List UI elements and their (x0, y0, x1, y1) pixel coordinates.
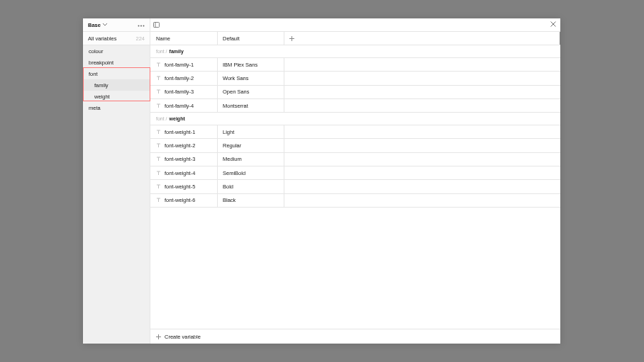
all-variables-row[interactable]: All variables 224 (83, 32, 150, 45)
main-header (150, 18, 560, 32)
close-icon (550, 21, 556, 27)
sidebar-group-font[interactable]: font (83, 68, 150, 79)
all-variables-label: All variables (88, 35, 116, 42)
collection-selector[interactable]: Base (88, 22, 107, 28)
more-button[interactable] (138, 22, 145, 28)
sidebar-group-font-weight[interactable]: weight (83, 91, 150, 102)
sidebar-group-font-family[interactable]: family (83, 79, 150, 91)
text-type-icon (156, 89, 161, 94)
variables-modal: Base All variables 224 colour breakpoint… (83, 18, 560, 344)
column-header-row: Name Default (150, 32, 560, 45)
text-type-icon (156, 62, 161, 67)
svg-point-0 (138, 25, 140, 26)
group-header-weight: font / weight (150, 113, 560, 125)
group-header-family: font / family (150, 45, 560, 58)
variable-row[interactable]: font-weight-6 Black (150, 194, 560, 208)
plus-icon (156, 334, 161, 339)
text-type-icon (156, 184, 161, 189)
svg-point-1 (140, 25, 142, 26)
ellipsis-icon (138, 25, 145, 27)
text-type-icon (156, 103, 161, 108)
variable-row[interactable]: font-weight-2 Regular (150, 139, 560, 152)
close-button[interactable] (550, 21, 556, 28)
text-type-icon (156, 76, 161, 81)
variable-row[interactable]: font-weight-5 Bold (150, 180, 560, 193)
variable-row[interactable]: font-weight-4 SemiBold (150, 166, 560, 180)
text-type-icon (156, 157, 161, 162)
main-panel: Name Default font / family font-family-1… (150, 18, 560, 344)
panel-left-icon (153, 22, 160, 28)
svg-rect-3 (153, 23, 159, 28)
add-mode-button[interactable] (284, 36, 299, 41)
sidebar-header: Base (83, 18, 150, 32)
variable-row[interactable]: font-family-2 Work Sans (150, 72, 560, 85)
column-header-name[interactable]: Name (150, 32, 218, 45)
text-type-icon (156, 171, 161, 176)
chevron-down-icon (103, 23, 107, 26)
sidebar-group-colour[interactable]: colour (83, 45, 150, 57)
sidebar: Base All variables 224 colour breakpoint… (83, 18, 150, 344)
variable-row[interactable]: font-weight-3 Medium (150, 153, 560, 166)
variable-row[interactable]: font-weight-1 Light (150, 125, 560, 139)
plus-icon (289, 36, 294, 41)
variable-row[interactable]: font-family-3 Open Sans (150, 86, 560, 99)
create-variable-button[interactable]: Create variable (150, 329, 560, 344)
group-list: colour breakpoint font family weight met… (83, 45, 150, 113)
collection-name: Base (88, 22, 101, 28)
variable-row[interactable]: font-family-1 IBM Plex Sans (150, 58, 560, 72)
text-type-icon (156, 143, 161, 148)
all-variables-count: 224 (135, 35, 145, 42)
create-variable-label: Create variable (165, 334, 201, 340)
text-type-icon (156, 130, 161, 135)
svg-point-2 (143, 25, 145, 26)
text-type-icon (156, 198, 161, 203)
variable-rows: font / family font-family-1 IBM Plex San… (150, 45, 560, 329)
column-header-default[interactable]: Default (218, 32, 284, 45)
sidebar-group-breakpoint[interactable]: breakpoint (83, 57, 150, 68)
sidebar-group-meta[interactable]: meta (83, 102, 150, 113)
toggle-sidebar-button[interactable] (150, 22, 162, 28)
variable-row[interactable]: font-family-4 Montserrat (150, 99, 560, 113)
